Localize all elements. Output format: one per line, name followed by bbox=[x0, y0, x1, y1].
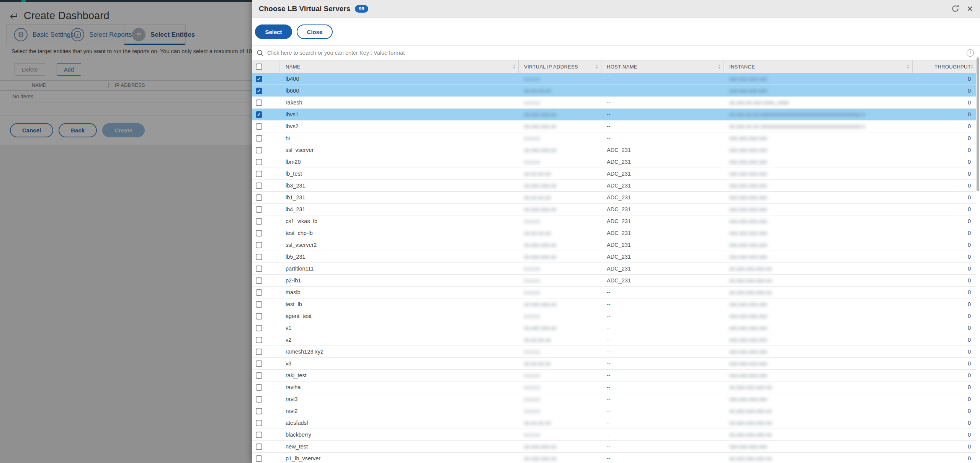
vs-virtual-ip-redacted: xx.xx.xx.xx bbox=[524, 171, 551, 177]
vs-host-name: -- bbox=[607, 325, 611, 331]
row-checkbox[interactable] bbox=[256, 206, 262, 213]
vs-table-row[interactable]: blackberryx.x.x.x--xx.xxx.xxx.xxx-xx0 bbox=[252, 429, 976, 441]
row-checkbox[interactable]: ✓ bbox=[256, 111, 262, 118]
vs-table-row[interactable]: ravihax.x.x.x--xx.xxx.xxx.xxx-xx0 bbox=[252, 381, 976, 393]
close-icon[interactable]: ✕ bbox=[967, 5, 973, 13]
vs-virtual-ip-redacted: x.x.x.x bbox=[524, 266, 540, 272]
vs-table-row[interactable]: partition111x.x.x.xADC_231xx.xxx.xxx.xxx… bbox=[252, 263, 976, 275]
vs-table-row[interactable]: v3xx.xx.xx.xx--xxx.xxx.xxx.xxx0 bbox=[252, 358, 976, 370]
vs-table-row[interactable]: maslbx.x.x.x--xx.xxx.xxx.xxx-xx0 bbox=[252, 287, 976, 298]
row-checkbox[interactable] bbox=[256, 159, 262, 165]
vs-virtual-ip-redacted: xx.xxx.xxx.xx bbox=[524, 123, 557, 129]
row-checkbox[interactable] bbox=[256, 301, 262, 308]
row-checkbox[interactable]: ✓ bbox=[256, 76, 262, 82]
select-all-checkbox[interactable] bbox=[256, 64, 262, 70]
vs-throughput: 0 bbox=[968, 99, 971, 106]
row-checkbox[interactable] bbox=[256, 218, 262, 225]
vs-table-row[interactable]: test_chp-lbxx.xx.xx.xxADC_231xxx.xxx.xxx… bbox=[252, 227, 976, 239]
row-checkbox[interactable] bbox=[256, 443, 262, 450]
search-input[interactable] bbox=[267, 50, 963, 56]
row-checkbox[interactable] bbox=[256, 147, 262, 153]
vs-table-row[interactable]: test_lbxx.xxx.xxx.xx--xxx.xxx.xxx.xxx0 bbox=[252, 298, 976, 310]
row-checkbox[interactable] bbox=[256, 123, 262, 130]
row-checkbox[interactable] bbox=[256, 432, 262, 438]
row-checkbox[interactable] bbox=[256, 277, 262, 284]
vs-table-row[interactable]: lb_testxx.xx.xx.xxADC_231xxx.xxx.xxx.xxx… bbox=[252, 168, 976, 180]
vs-table-row[interactable]: ramesh123 xyzx.x.x.x--xxx.xxx.xxx.xxx0 bbox=[252, 346, 976, 358]
vs-instance-redacted: xxx.xxx.xxx.xxx bbox=[729, 313, 767, 319]
row-checkbox[interactable] bbox=[256, 135, 262, 142]
refresh-icon[interactable] bbox=[951, 4, 960, 13]
vs-virtual-ip-redacted: x.x.x.x bbox=[524, 384, 540, 390]
vs-virtual-ip-redacted: xx.xx.xx.xx bbox=[524, 194, 551, 201]
row-checkbox[interactable] bbox=[256, 266, 262, 272]
vs-table-row[interactable]: new_testxx.xxx.xxx.xx--xxx.xxx.xxx.xxx0 bbox=[252, 441, 976, 453]
vs-host-name: -- bbox=[607, 384, 611, 390]
info-icon[interactable]: i bbox=[967, 49, 974, 57]
vs-table-row[interactable]: ravi3x.x.x.x--xxx.xxx.xxx.xxx0 bbox=[252, 393, 976, 405]
vs-table-row[interactable]: lb4_231xx.xxx.xxx.xxADC_231xxx.xxx.xxx.x… bbox=[252, 204, 976, 215]
vs-table-row[interactable]: ravi2x.x.x.x--xx.xxx.xxx.xxx-xx0 bbox=[252, 405, 976, 417]
row-checkbox[interactable] bbox=[256, 99, 262, 106]
vs-table-row[interactable]: lbvs2xx.xxx.xxx.xx--xx.xxx.xx.xx-xxxxxxx… bbox=[252, 121, 976, 132]
vertical-scrollbar-thumb[interactable] bbox=[977, 57, 979, 191]
sort-icon[interactable]: ▲▼ bbox=[718, 64, 721, 69]
vs-table-row[interactable]: rakeshx.x.x.x--xx.xxx.xx.xxx-xxxx_xxxx0 bbox=[252, 97, 976, 109]
vs-table-row[interactable]: rakj_testx.x.x.x--xxx.xxx.xxx.xxx0 bbox=[252, 370, 976, 381]
vs-table-row[interactable]: lb1_231xx.xx.xx.xxADC_231xxx.xxx.xxx.xxx… bbox=[252, 192, 976, 204]
vs-instance-redacted: xxx.xxx.xxx.xxx bbox=[729, 372, 767, 378]
vs-table-row[interactable]: lbm20x.x.x.xADC_231xxx.xxx.xxx.xxx0 bbox=[252, 156, 976, 168]
vs-table-row[interactable]: hix.x.x.x--xxx.xxx.xxx.xxx0 bbox=[252, 132, 976, 144]
vs-instance-redacted: xxx.xxx.xxx.xxx bbox=[729, 135, 767, 141]
sort-icon[interactable]: ▲▼ bbox=[970, 64, 973, 69]
vs-host-name: -- bbox=[607, 349, 611, 355]
vs-instance-redacted: xxx.xxx.xxx.xxx bbox=[729, 230, 767, 236]
vs-throughput: 0 bbox=[968, 111, 971, 117]
select-button[interactable]: Select bbox=[255, 24, 292, 39]
row-checkbox[interactable] bbox=[256, 360, 262, 367]
vs-table-row[interactable]: ✓lb600xx.xx.xx.xx--xxx.xxx.xxx.xxx0 bbox=[252, 85, 976, 97]
row-checkbox[interactable] bbox=[256, 171, 262, 177]
vs-table-row[interactable]: cs1_vikas_lbx.x.x.xADC_231xxx.xxx.xxx.xx… bbox=[252, 215, 976, 227]
row-checkbox[interactable] bbox=[256, 349, 262, 355]
row-checkbox[interactable] bbox=[256, 396, 262, 403]
count-badge: 99 bbox=[355, 5, 368, 13]
vs-table-row[interactable]: ✓lbvs1xx.xxx.xxx.xx--xx.xxx.xx.xx-xxxxxx… bbox=[252, 109, 976, 121]
vs-table-row[interactable]: agent_testx.x.x.x--xxx.xxx.xxx.xxx0 bbox=[252, 310, 976, 322]
sort-icon[interactable]: ▲▼ bbox=[595, 64, 598, 69]
vs-table-row[interactable]: v2xx.xx.xx.xx--xxx.xxx.xxx.xxx0 bbox=[252, 334, 976, 346]
vs-table-row[interactable]: lb5_231xx.xxx.xxx.xxADC_231xxx.xxx.xxx.x… bbox=[252, 251, 976, 263]
vs-table-row[interactable]: ssl_vserverxx.xxx.xxx.xxADC_231xxx.xxx.x… bbox=[252, 144, 976, 156]
row-checkbox[interactable] bbox=[256, 337, 262, 343]
vs-table-row[interactable]: p1_lb_vserverxx.xxx.xxx.xx--xx.xxx.xxx.x… bbox=[252, 453, 976, 463]
close-button[interactable]: Close bbox=[297, 24, 333, 39]
vs-instance-redacted: xx.xxx.xx.xx-xxxxxxxxxxxxxxxxxxxxxxxxxxx… bbox=[729, 111, 865, 117]
row-checkbox[interactable]: ✓ bbox=[256, 88, 262, 94]
row-checkbox[interactable] bbox=[256, 384, 262, 391]
sort-icon[interactable]: ▲▼ bbox=[513, 64, 516, 69]
row-checkbox[interactable] bbox=[256, 325, 262, 331]
row-checkbox[interactable] bbox=[256, 408, 262, 414]
row-checkbox[interactable] bbox=[256, 194, 262, 201]
row-checkbox[interactable] bbox=[256, 372, 262, 379]
row-checkbox[interactable] bbox=[256, 289, 262, 296]
row-checkbox[interactable] bbox=[256, 313, 262, 320]
vs-table-row[interactable]: ✓lb400x.x.x.x--xxx.xxx.xxx.xxx0 bbox=[252, 73, 976, 85]
vs-virtual-ip-redacted: x.x.x.x bbox=[524, 277, 540, 284]
vs-throughput: 0 bbox=[968, 266, 971, 272]
vs-table-row[interactable]: lb3_231xx.xxx.xxx.xxADC_231xxx.xxx.xxx.x… bbox=[252, 180, 976, 192]
row-checkbox[interactable] bbox=[256, 420, 262, 426]
row-checkbox[interactable] bbox=[256, 230, 262, 236]
vs-table-row[interactable]: atesfadsfxx.xx.xx.xx--xx.xxx.xxx.xxx-xx0 bbox=[252, 417, 976, 429]
row-checkbox[interactable] bbox=[256, 242, 262, 248]
vs-virtual-ip-redacted: xx.xxx.xxx.xx bbox=[524, 301, 557, 307]
vs-table-row[interactable]: ssl_vserver2xx.xxx.xxx.xxADC_231xxx.xxx.… bbox=[252, 239, 976, 251]
vs-table-row[interactable]: v1xx.xxx.xxx.xx--xxx.xxx.xxx.xxx0 bbox=[252, 322, 976, 334]
vs-instance-redacted: xx.xxx.xx.xxx-xxxx_xxxx bbox=[729, 99, 789, 106]
row-checkbox[interactable] bbox=[256, 455, 262, 462]
vs-table-row[interactable]: p2-lb1x.x.x.xADC_231xx.xxx.xxx.xxx-xx0 bbox=[252, 275, 976, 287]
sort-icon[interactable]: ▲▼ bbox=[906, 64, 910, 69]
row-checkbox[interactable] bbox=[256, 254, 262, 260]
vs-throughput: 0 bbox=[968, 408, 971, 414]
row-checkbox[interactable] bbox=[256, 183, 262, 189]
